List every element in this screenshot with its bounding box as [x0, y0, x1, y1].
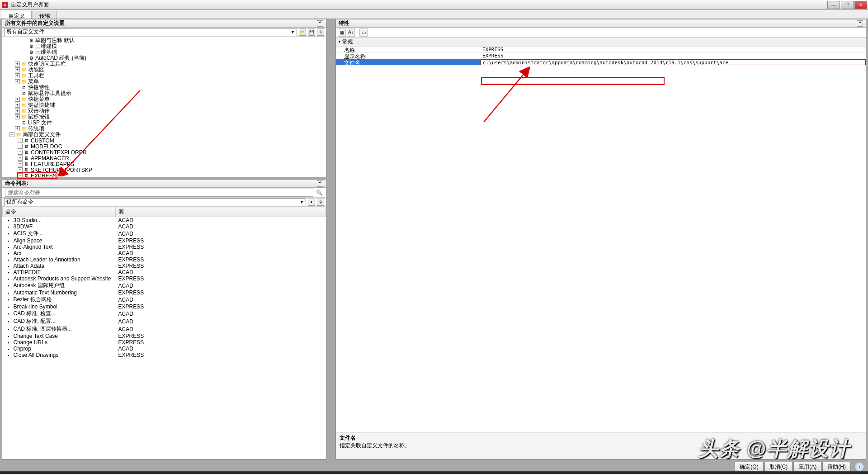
command-row[interactable]: ▪Bezier 拟合网格ACAD: [3, 296, 326, 303]
expand-icon[interactable]: [22, 50, 27, 55]
tree-node[interactable]: +📁键盘快捷键: [4, 102, 324, 108]
tree-node[interactable]: +📁菜单: [4, 79, 324, 85]
tree-node[interactable]: +🗎EXPRESS: [4, 173, 324, 177]
command-row[interactable]: ▪Autodesk 国际用户组ACAD: [3, 282, 326, 289]
apply-button[interactable]: 应用(A): [793, 462, 821, 472]
command-row[interactable]: ▪Change URLsEXPRESS: [3, 339, 326, 346]
expand-icon[interactable]: +: [15, 73, 20, 78]
prop-value[interactable]: c:\users\administrator\appdata\roaming\a…: [481, 59, 866, 65]
command-row[interactable]: ▪Close All DrawingsEXPRESS: [3, 352, 326, 358]
tree-node[interactable]: +📁快速访问工具栏: [4, 61, 324, 67]
command-row[interactable]: ▪Align SpaceEXPRESS: [3, 237, 326, 244]
collapse-button[interactable]: ⌃: [857, 20, 863, 27]
property-grid[interactable]: ▼ 常规 名称EXPRESS显示名称EXPRESS文件名c:\users\adm…: [336, 38, 866, 432]
expand-icon[interactable]: +: [18, 156, 23, 161]
tree-node[interactable]: 🗎LISP 文件: [4, 120, 324, 126]
prop-value: EXPRESS: [481, 53, 866, 59]
save-icon[interactable]: 💾: [308, 28, 315, 36]
command-row[interactable]: ▪ChpropACAD: [3, 346, 326, 352]
expand-icon[interactable]: +: [18, 150, 23, 155]
tree-node[interactable]: +🗎CUSTOM: [4, 137, 324, 143]
tree-node[interactable]: +🗎MODELDOC: [4, 143, 324, 149]
collapse-button[interactable]: ⌃: [317, 20, 323, 27]
command-row[interactable]: ▪CAD 标准, 配置...ACAD: [3, 318, 326, 325]
expand-icon[interactable]: +: [15, 109, 20, 114]
search-icon[interactable]: 🔍: [315, 189, 323, 197]
customization-tree[interactable]: ⚙草图与注释 默认⚙三维建模⚙三维基础⚙AutoCAD 经典 (当前)+📁快速访…: [2, 37, 326, 177]
expand-icon[interactable]: +: [15, 126, 20, 131]
expand-icon[interactable]: -: [9, 132, 14, 137]
expand-icon[interactable]: [22, 44, 27, 49]
tree-node[interactable]: -📁局部自定义文件: [4, 132, 324, 137]
tab-transfer[interactable]: 传输: [33, 11, 57, 19]
col-source[interactable]: 源: [116, 207, 326, 217]
new-command-icon[interactable]: ✦: [308, 199, 315, 206]
close-button[interactable]: ✕: [854, 1, 867, 9]
expand-icon[interactable]: +: [18, 173, 23, 177]
command-row[interactable]: ▪CAD 标准, 图层转换器...ACAD: [3, 325, 326, 333]
categorized-icon[interactable]: ▦: [338, 28, 346, 37]
file-filter-select[interactable]: 所有自定义文件 ▼: [4, 28, 297, 36]
expand-icon[interactable]: [15, 91, 20, 96]
col-command[interactable]: 命令: [3, 207, 116, 217]
expand-icon[interactable]: +: [18, 144, 23, 149]
node-icon: 📁: [21, 114, 27, 120]
find-icon[interactable]: ⚲: [317, 199, 324, 206]
command-row[interactable]: ▪Autodesk Products and Support WebsiteEX…: [3, 275, 326, 282]
tree-node[interactable]: +🗎CONTENTEXPLORER: [4, 149, 324, 155]
open-icon[interactable]: 📂: [299, 28, 306, 36]
node-icon: 🗎: [21, 85, 27, 90]
cmd-icon: ▪: [5, 245, 12, 250]
command-row[interactable]: ▪Arc-Aligned TextEXPRESS: [3, 244, 326, 250]
maximize-button[interactable]: ☐: [841, 1, 854, 9]
command-filter-select[interactable]: 仅所有命令 ▼: [4, 198, 306, 206]
tree-node[interactable]: +🗎SKETCHUPIMPORTSKP: [4, 167, 324, 173]
expand-icon[interactable]: [15, 120, 20, 125]
command-row[interactable]: ▪Automatic Text NumberingEXPRESS: [3, 289, 326, 296]
expand-icon[interactable]: +: [18, 167, 23, 172]
property-pages-icon[interactable]: ▭: [359, 28, 368, 37]
expand-icon[interactable]: +: [15, 62, 20, 66]
ok-button[interactable]: 确定(O): [735, 462, 763, 472]
command-row[interactable]: ▪ATTIPEDITACAD: [3, 269, 326, 275]
command-row[interactable]: ▪Break-line SymbolEXPRESS: [3, 303, 326, 310]
saveall-icon[interactable]: ⎘: [317, 28, 324, 36]
tab-customize[interactable]: 自定义: [2, 11, 32, 19]
tree-node[interactable]: +📁鼠标按钮: [4, 114, 324, 120]
expand-icon[interactable]: [22, 56, 27, 61]
prop-value: EXPRESS: [481, 47, 866, 52]
command-row[interactable]: ▪ACIS 文件...ACAD: [3, 230, 326, 237]
expand-icon[interactable]: +: [15, 67, 20, 72]
property-row[interactable]: 名称EXPRESS: [336, 47, 866, 53]
minimize-button[interactable]: —: [827, 1, 840, 9]
alphabetical-icon[interactable]: A↓: [347, 28, 355, 37]
expand-icon[interactable]: +: [15, 103, 20, 108]
command-row[interactable]: ▪Attach Leader to AnnotationEXPRESS: [3, 256, 326, 263]
command-row[interactable]: ▪3D Studio...ACAD: [3, 217, 326, 224]
command-row[interactable]: ▪CAD 标准, 检查...ACAD: [3, 310, 326, 318]
command-row[interactable]: ▪Attach XdataEXPRESS: [3, 263, 326, 269]
tree-node[interactable]: +📁工具栏: [4, 73, 324, 79]
command-row[interactable]: ▪Change Text CaseEXPRESS: [3, 333, 326, 339]
expand-icon[interactable]: +: [15, 79, 20, 84]
property-row[interactable]: 显示名称EXPRESS: [336, 53, 866, 59]
tree-node[interactable]: 🗎鼠标悬停工具提示: [4, 90, 324, 96]
expand-icon[interactable]: [15, 85, 20, 90]
expand-icon[interactable]: +: [15, 97, 20, 102]
help-button[interactable]: 帮助(H): [822, 462, 851, 472]
property-row[interactable]: 文件名c:\users\administrator\appdata\roamin…: [336, 59, 866, 66]
collapse-button[interactable]: ⌃: [317, 180, 323, 187]
command-list[interactable]: 命令 源 ▪3D Studio...ACAD▪3DDWFACAD▪ACIS 文件…: [2, 207, 326, 459]
command-row[interactable]: ▪ArxACAD: [3, 250, 326, 256]
expand-icon[interactable]: +: [18, 161, 23, 166]
tree-node[interactable]: +🗎APPMANAGER: [4, 155, 324, 161]
category-general[interactable]: ▼ 常规: [336, 38, 866, 47]
expand-icon[interactable]: +: [15, 114, 20, 119]
tree-node[interactable]: +🗎FEATUREDAPPS: [4, 161, 324, 167]
expand-icon[interactable]: +: [18, 138, 23, 143]
command-row[interactable]: ▪3DDWFACAD: [3, 223, 326, 230]
search-input[interactable]: [5, 189, 313, 197]
expand-icon[interactable]: [22, 38, 27, 43]
chevron-button[interactable]: ‹: [854, 462, 864, 472]
cancel-button[interactable]: 取消(C): [764, 462, 793, 472]
